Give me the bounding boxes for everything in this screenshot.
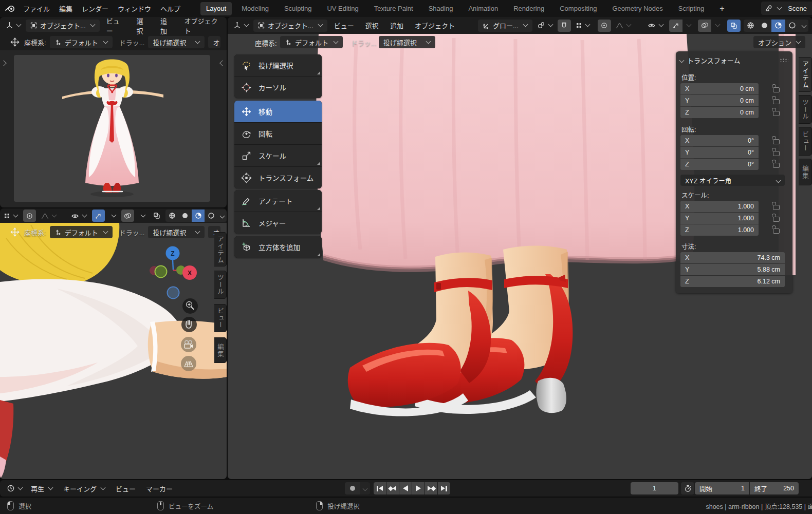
rotation-z-field[interactable]: Z 0° [680, 159, 759, 170]
menu-help[interactable]: ヘルプ [156, 4, 185, 13]
overlays-toggle[interactable] [698, 20, 711, 32]
shading-dropdown[interactable] [799, 20, 808, 32]
gizmo-toggle[interactable] [92, 210, 105, 222]
prev-keyframe-button[interactable] [386, 482, 399, 494]
clipped-options-button[interactable]: オ [208, 36, 220, 48]
drag-mode-dropdown[interactable]: 投げ縄選択 [148, 36, 205, 48]
tool-add-cube[interactable]: 立方体を追加 [234, 236, 322, 258]
scale-y-lock-icon[interactable] [773, 217, 780, 222]
next-keyframe-button[interactable] [425, 482, 437, 494]
shading-rendered-button[interactable] [785, 20, 799, 32]
pivot-point-button[interactable] [534, 20, 556, 32]
workspace-tab-shading[interactable]: Shading [423, 2, 459, 15]
keying-menu[interactable]: キーイング [59, 484, 110, 493]
shading-wireframe-button[interactable] [165, 210, 179, 222]
snap-magnet-toggle[interactable] [558, 20, 571, 32]
sidebar-tab-item[interactable]: アイテム [214, 232, 227, 266]
menu-file[interactable]: ファイル [19, 4, 54, 13]
options-dropdown[interactable]: オプション [753, 36, 805, 48]
rotation-x-lock-icon[interactable] [773, 139, 780, 144]
camera-view-button[interactable] [181, 337, 196, 352]
gizmo-toggle[interactable] [669, 20, 682, 32]
drag-mode-dropdown[interactable]: 投げ縄選択 [148, 226, 205, 238]
scale-x-lock-icon[interactable] [773, 205, 780, 210]
zoom-button[interactable] [182, 298, 198, 314]
location-z-field[interactable]: Z 0 cm [680, 107, 759, 118]
tool-annotate[interactable]: アノテート [234, 190, 322, 212]
tool-scale[interactable]: スケール [234, 145, 322, 166]
dimensions-y-field[interactable]: Y 5.88 cm [680, 264, 785, 275]
scale-y-field[interactable]: Y 1.000 [680, 213, 759, 224]
coord-system-dropdown[interactable]: デフォルト [280, 36, 343, 48]
view-navigation-gizmo[interactable]: X Z [150, 246, 197, 299]
workspace-tab-geometry-nodes[interactable]: Geometry Nodes [606, 2, 668, 15]
rotation-y-field[interactable]: Y 0° [680, 147, 759, 158]
workspace-tab-animation[interactable]: Animation [463, 2, 504, 15]
overlays-dropdown[interactable] [137, 210, 148, 222]
sidebar-tab-tool[interactable]: ツール [214, 271, 227, 299]
rotation-z-lock-icon[interactable] [773, 163, 780, 168]
view-menu[interactable]: ビュー [102, 17, 130, 35]
transform-orientation-dropdown[interactable]: グロー... [478, 20, 532, 32]
location-y-lock-icon[interactable] [773, 99, 780, 104]
dimensions-z-field[interactable]: Z 6.12 cm [680, 276, 785, 287]
current-frame-field[interactable]: 1 [631, 482, 678, 494]
snap-target-button[interactable] [573, 20, 593, 32]
shading-dropdown[interactable] [218, 210, 227, 222]
timeline-view-menu[interactable]: ビュー [111, 484, 140, 493]
object-menu[interactable]: オブジェクト [410, 21, 459, 30]
gizmo-dropdown[interactable] [682, 20, 694, 32]
frame-end-field[interactable]: 終了 250 [750, 482, 799, 494]
record-options-dropdown[interactable] [360, 482, 370, 494]
snap-target-button[interactable] [1, 210, 21, 222]
workspace-tab-sculpting[interactable]: Sculpting [279, 2, 317, 15]
workspace-tab-modeling[interactable]: Modeling [236, 2, 274, 15]
editor-type-button[interactable] [231, 20, 251, 32]
user-viewport-canvas[interactable]: X Z [0, 223, 227, 479]
proportional-editing-toggle[interactable] [23, 210, 36, 222]
scene-selector[interactable]: Scene [761, 2, 812, 15]
scale-z-lock-icon[interactable] [773, 229, 780, 234]
scale-x-field[interactable]: X 1.000 [680, 201, 759, 212]
playback-menu[interactable]: 再生 [26, 484, 58, 493]
shading-material-button[interactable] [771, 20, 785, 32]
visibility-dropdown[interactable] [645, 20, 666, 32]
gizmo-dropdown[interactable] [107, 210, 119, 222]
rotation-y-lock-icon[interactable] [773, 151, 780, 156]
xray-toggle[interactable] [727, 20, 741, 32]
panel-drag-grip-icon[interactable] [780, 58, 788, 62]
location-z-lock-icon[interactable] [773, 111, 780, 116]
proportional-falloff-button[interactable] [39, 210, 59, 222]
jump-to-end-button[interactable] [438, 482, 450, 494]
menu-edit[interactable]: 編集 [54, 4, 77, 13]
play-reverse-button[interactable] [399, 482, 412, 494]
overlays-toggle[interactable] [121, 210, 134, 222]
sidebar-tab-view[interactable]: ビュー [799, 127, 812, 156]
visibility-dropdown[interactable] [68, 210, 89, 222]
add-workspace-button[interactable]: + [714, 2, 730, 15]
coord-system-dropdown[interactable]: デフォルト [50, 36, 113, 48]
mode-selector[interactable]: オブジェクト... [253, 20, 327, 32]
sidebar-tab-view[interactable]: ビュー [214, 304, 227, 332]
workspace-tab-rendering[interactable]: Rendering [508, 2, 550, 15]
sidebar-tab-item[interactable]: アイテム [799, 57, 812, 92]
editor-type-button[interactable] [3, 20, 24, 32]
coord-system-dropdown[interactable]: デフォルト [50, 226, 113, 238]
marker-menu[interactable]: マーカー [141, 484, 177, 493]
preview-range-toggle[interactable] [681, 482, 694, 494]
shading-rendered-button[interactable] [205, 210, 218, 222]
select-menu[interactable]: 選択 [132, 17, 154, 35]
blender-logo-icon[interactable] [5, 5, 15, 13]
record-button[interactable] [345, 482, 360, 494]
workspace-tab-uv-editing[interactable]: UV Editing [321, 2, 364, 15]
proportional-falloff-button[interactable] [613, 20, 634, 32]
add-menu[interactable]: 追加 [156, 17, 177, 35]
shading-material-button[interactable] [192, 210, 205, 222]
frame-start-field[interactable]: 開始 1 [695, 482, 749, 494]
proportional-editing-toggle[interactable] [598, 20, 611, 32]
workspace-tab-texture-paint[interactable]: Texture Paint [368, 2, 419, 15]
menu-window[interactable]: ウィンドウ [113, 4, 156, 13]
sidebar-tab-edit[interactable]: 編集 [214, 337, 227, 363]
workspace-tab-scripting[interactable]: Scripting [673, 2, 710, 15]
dimensions-x-field[interactable]: X 74.3 cm [680, 252, 785, 263]
